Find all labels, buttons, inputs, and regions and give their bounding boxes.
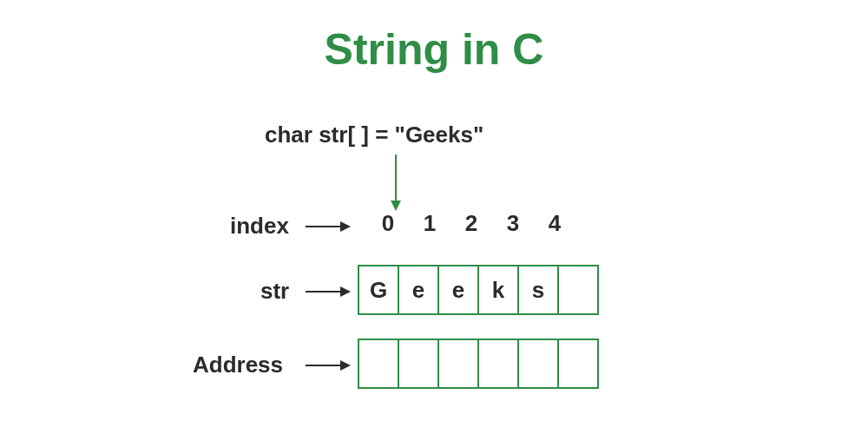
- index-cell: 4: [534, 210, 575, 237]
- index-cell: 2: [450, 210, 492, 237]
- str-arrow: [306, 291, 342, 293]
- address-arrow: [306, 365, 342, 366]
- addr-cell: [517, 339, 559, 389]
- str-row: G e e k s: [358, 265, 599, 315]
- char-cell: G: [358, 265, 399, 315]
- index-cell: 3: [492, 210, 534, 237]
- str-label: str: [260, 278, 289, 305]
- c-declaration: char str[ ] = "Geeks": [265, 122, 483, 148]
- char-cell: [557, 265, 599, 315]
- index-row: 0 1 2 3 4: [367, 210, 575, 237]
- addr-cell: [398, 339, 439, 389]
- addr-cell: [437, 339, 479, 389]
- addr-cell: [477, 339, 519, 389]
- addr-cell: [557, 339, 599, 389]
- index-cell: 0: [367, 210, 409, 237]
- char-cell: e: [398, 265, 439, 315]
- addr-cell: [358, 339, 399, 389]
- char-cell: s: [517, 265, 559, 315]
- index-label: index: [230, 213, 289, 240]
- page-title: String in C: [0, 24, 868, 75]
- index-cell: 1: [409, 210, 450, 237]
- declaration-arrow-down: [395, 155, 397, 202]
- address-row: [358, 339, 599, 389]
- index-arrow: [306, 226, 342, 227]
- address-label: Address: [193, 352, 283, 378]
- char-cell: e: [437, 265, 479, 315]
- char-cell: k: [477, 265, 519, 315]
